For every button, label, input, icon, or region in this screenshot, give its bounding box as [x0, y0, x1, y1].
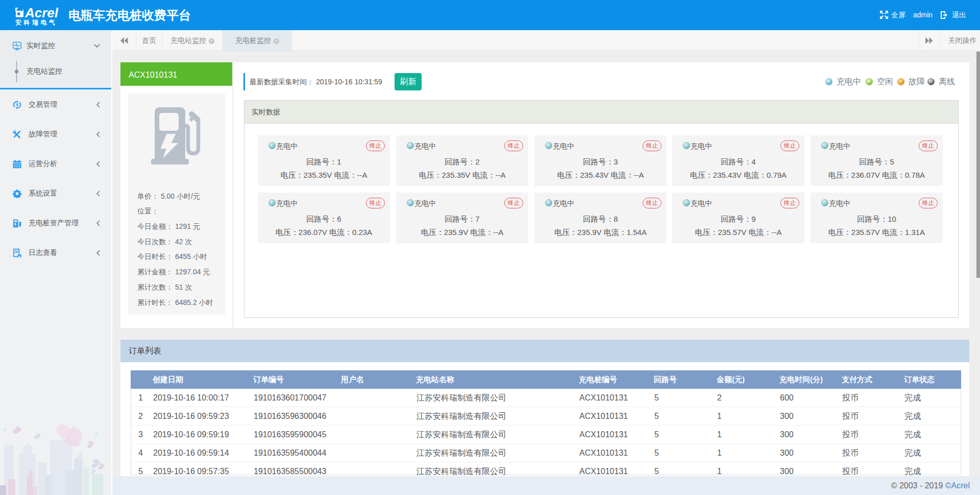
svg-text:¥: ¥: [16, 102, 19, 107]
